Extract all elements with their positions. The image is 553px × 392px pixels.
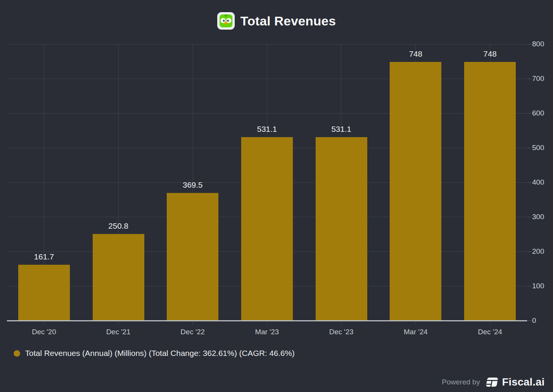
y-axis-tick xyxy=(527,321,531,321)
y-axis-tick xyxy=(527,44,531,44)
legend[interactable]: Total Revenues (Annual) (Millions) (Tota… xyxy=(14,349,295,358)
x-axis-tick xyxy=(341,322,341,324)
revenue-bar[interactable] xyxy=(167,193,218,321)
y-axis-label: 600 xyxy=(532,109,551,117)
revenue-bar[interactable] xyxy=(464,62,516,321)
brand-name: Fiscal.ai xyxy=(502,376,545,388)
x-axis-label: Dec '22 xyxy=(158,328,227,336)
x-axis-label: Dec '24 xyxy=(456,328,524,336)
chart-page: Total Revenues 0100200300400500600700800… xyxy=(0,0,553,392)
plot-area: 0100200300400500600700800161.7Dec '20250… xyxy=(0,0,553,392)
x-axis-label: Dec '21 xyxy=(84,328,153,336)
x-axis-tick xyxy=(490,322,490,324)
x-axis-tick xyxy=(118,322,118,324)
bar-value-label: 748 xyxy=(389,49,442,58)
x-axis-label: Mar '23 xyxy=(233,328,301,336)
footer-branding[interactable]: Powered by Fiscal.ai xyxy=(442,376,545,388)
revenue-bar[interactable] xyxy=(18,265,70,321)
bar-value-label: 531.1 xyxy=(315,125,368,134)
x-axis-line xyxy=(7,320,527,321)
y-axis-label: 400 xyxy=(532,178,551,187)
x-axis-label: Mar '24 xyxy=(381,328,450,336)
bar-value-label: 161.7 xyxy=(17,252,71,261)
powered-by-text: Powered by xyxy=(442,378,480,386)
y-axis-label: 800 xyxy=(532,40,551,48)
x-axis-label: Dec '23 xyxy=(307,328,376,336)
bar-value-label: 748 xyxy=(463,49,517,58)
x-axis-tick xyxy=(267,322,267,324)
y-axis-tick xyxy=(527,251,531,252)
y-axis-tick xyxy=(527,217,531,217)
y-axis-tick xyxy=(527,286,531,286)
legend-label: Total Revenues (Annual) (Millions) (Tota… xyxy=(25,349,295,358)
y-axis-label: 200 xyxy=(532,247,551,256)
y-axis-tick xyxy=(527,182,531,183)
y-axis-label: 300 xyxy=(532,213,551,221)
bar-value-label: 531.1 xyxy=(240,125,294,134)
revenue-bar[interactable] xyxy=(390,62,441,321)
revenue-bar[interactable] xyxy=(241,137,293,321)
bar-value-label: 250.8 xyxy=(92,221,145,231)
y-axis-tick xyxy=(527,113,531,114)
x-axis-label: Dec '20 xyxy=(10,328,78,336)
legend-marker-icon xyxy=(14,350,20,357)
y-axis-label: 500 xyxy=(532,144,551,152)
bar-value-label: 369.5 xyxy=(166,180,219,190)
y-axis-tick xyxy=(527,79,531,79)
revenue-bar[interactable] xyxy=(316,137,367,321)
x-axis-tick xyxy=(44,322,44,324)
y-axis-tick xyxy=(527,148,531,148)
x-axis-tick xyxy=(193,322,193,324)
revenue-bar[interactable] xyxy=(93,234,144,321)
fiscal-ai-logo-icon xyxy=(485,376,498,388)
y-axis-label: 100 xyxy=(532,282,551,290)
y-axis-label: 0 xyxy=(532,316,551,325)
y-axis-label: 700 xyxy=(532,74,551,83)
x-axis-tick xyxy=(416,322,416,324)
